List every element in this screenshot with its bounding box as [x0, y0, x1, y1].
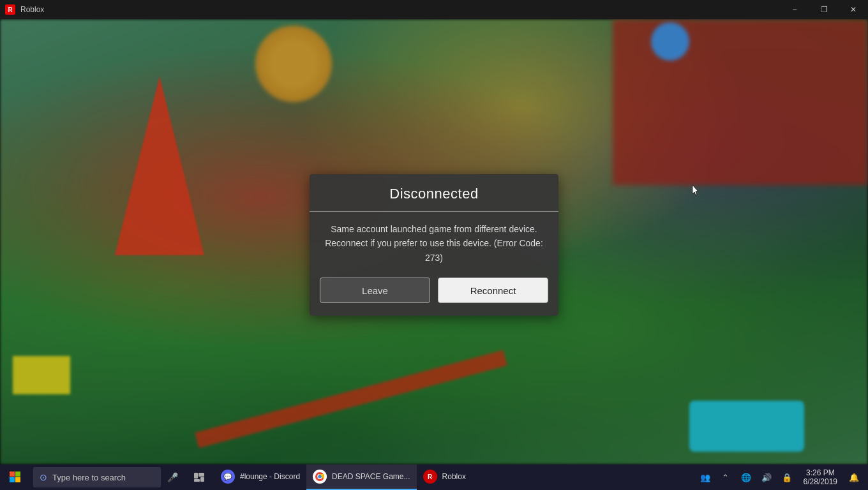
- svg-rect-3: [15, 477, 20, 482]
- svg-rect-7: [200, 477, 204, 482]
- modal-buttons: Leave Reconnect: [310, 278, 558, 303]
- volume-icon[interactable]: 🔊: [758, 464, 775, 490]
- minimize-button[interactable]: −: [780, 0, 809, 19]
- svg-rect-1: [15, 471, 20, 477]
- show-hidden-icons[interactable]: ⌃: [717, 464, 735, 490]
- discord-icon: 💬: [221, 470, 235, 484]
- chrome-icon: [313, 470, 327, 484]
- svg-rect-5: [198, 473, 204, 477]
- modal-message: Same account launched game from differen…: [310, 222, 558, 278]
- reconnect-button[interactable]: Reconnect: [438, 278, 548, 303]
- svg-rect-4: [194, 473, 198, 479]
- svg-rect-6: [194, 479, 200, 482]
- notification-icon[interactable]: 🔔: [845, 464, 863, 490]
- taskbar-app-chrome[interactable]: DEAD SPACE Game...: [306, 464, 416, 490]
- clock[interactable]: 3:26 PM 6/28/2019: [798, 464, 842, 490]
- modal-title: Disconnected: [389, 186, 478, 202]
- svg-point-10: [318, 475, 322, 479]
- system-tray: 👥 ⌃ 🌐 🔊 🔒 3:26 PM 6/28/2019 🔔: [691, 464, 868, 490]
- taskbar-app-chrome-label: DEAD SPACE Game...: [332, 472, 410, 481]
- taskbar-app-discord[interactable]: 💬 #lounge - Discord: [214, 464, 306, 490]
- clock-date: 6/28/2019: [804, 477, 837, 486]
- taskbar: ⊙ Type here to search 🎤 💬 #lounge - Disc…: [0, 464, 868, 490]
- svg-rect-0: [10, 471, 15, 477]
- vpn-icon[interactable]: 🔒: [778, 464, 796, 490]
- roblox-icon: R: [423, 470, 437, 484]
- people-icon[interactable]: 👥: [696, 464, 714, 490]
- taskbar-app-roblox-label: Roblox: [442, 472, 466, 481]
- titlebar: R Roblox − ❐ ✕: [0, 0, 868, 19]
- clock-time: 3:26 PM: [806, 468, 835, 477]
- network-icon[interactable]: 🌐: [737, 464, 755, 490]
- svg-rect-2: [10, 477, 15, 482]
- close-button[interactable]: ✕: [839, 0, 868, 19]
- taskbar-app-discord-label: #lounge - Discord: [240, 472, 300, 481]
- leave-button[interactable]: Leave: [320, 278, 430, 303]
- search-box[interactable]: ⊙ Type here to search: [33, 467, 161, 487]
- cortana-icon: ⊙: [40, 472, 47, 482]
- microphone-button[interactable]: 🎤: [161, 464, 184, 490]
- window-title: Roblox: [20, 5, 780, 14]
- start-button[interactable]: [0, 464, 31, 490]
- maximize-button[interactable]: ❐: [809, 0, 839, 19]
- task-view-button[interactable]: [186, 464, 212, 490]
- search-placeholder: Type here to search: [52, 473, 126, 482]
- app-icon: R: [5, 4, 15, 15]
- disconnected-modal: Disconnected Same account launched game …: [310, 174, 558, 316]
- modal-title-area: Disconnected: [310, 174, 558, 212]
- taskbar-app-roblox[interactable]: R Roblox: [417, 464, 472, 490]
